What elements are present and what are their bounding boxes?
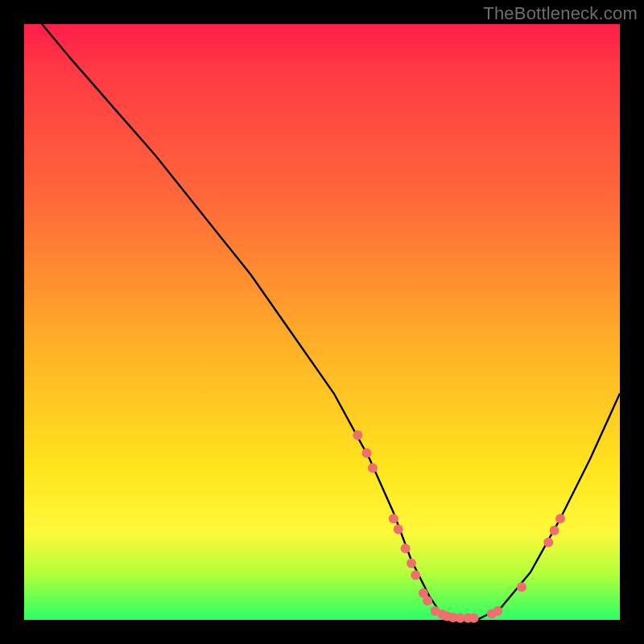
curve-svg <box>24 24 620 620</box>
scatter-dots <box>353 431 565 623</box>
marker-dot <box>401 543 411 553</box>
marker-dot <box>493 606 502 616</box>
marker-dot <box>353 431 362 440</box>
chart-frame: TheBottleneck.com <box>0 0 644 644</box>
marker-dot <box>543 538 553 547</box>
marker-dot <box>368 463 378 473</box>
marker-dot <box>411 571 420 580</box>
marker-dot <box>362 448 372 458</box>
bottleneck-curve-path <box>42 24 620 620</box>
marker-dot <box>394 525 403 535</box>
marker-dot <box>407 559 416 568</box>
marker-dot <box>389 514 398 523</box>
plot-area <box>24 24 620 620</box>
marker-dot <box>550 526 559 535</box>
marker-dot <box>469 613 479 623</box>
marker-dot <box>555 514 565 523</box>
marker-dot <box>517 582 526 592</box>
watermark-text: TheBottleneck.com <box>483 3 638 24</box>
marker-dot <box>423 596 432 605</box>
